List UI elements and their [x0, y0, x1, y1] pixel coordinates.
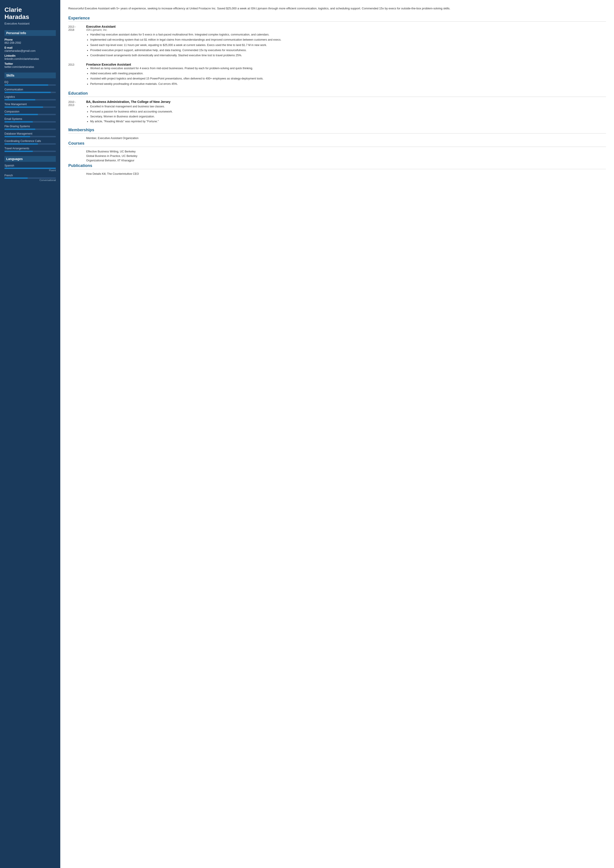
- skill-bar-fill: [5, 99, 35, 101]
- skill-name: Travel Arrangements: [5, 147, 56, 150]
- exp-job-title: Freelance Executive Assistant: [86, 63, 606, 66]
- skill-item: Communication: [5, 88, 56, 93]
- exp-bullet: Provided executive project support, admi…: [90, 48, 606, 53]
- edu-date: 2010 -2013: [68, 100, 86, 124]
- skill-bar-bg: [5, 92, 56, 93]
- exp-bullets: Worked as temp executive assistant for 4…: [86, 66, 606, 86]
- exp-bullet: Assisted with project logistics and deve…: [90, 77, 606, 81]
- skill-bar-bg: [5, 121, 56, 122]
- skill-bar-bg: [5, 151, 56, 152]
- job-entry: 2013 -2018 Executive Assistant ISN Lipma…: [68, 25, 606, 59]
- edu-bullet: Pursued a passion for business ethics an…: [90, 110, 606, 114]
- skill-item: Time Management: [5, 103, 56, 108]
- pub-spacer: [68, 172, 86, 175]
- skill-bar-fill: [5, 151, 33, 152]
- course-spacer: [68, 150, 86, 153]
- skills-heading: Skills: [5, 73, 56, 78]
- exp-content: Freelance Executive Assistant Worked as …: [86, 63, 606, 87]
- skill-item: Coordinating Conference Calls: [5, 140, 56, 145]
- exp-date-line: 2018: [68, 28, 74, 31]
- skill-item: EQ: [5, 81, 56, 86]
- skill-bar-fill: [5, 107, 43, 108]
- skill-name: Coordinating Conference Calls: [5, 140, 56, 143]
- pub-text: How Details Kill, The Counterintuitive C…: [86, 172, 139, 175]
- course-text: Organizational Behavior, IIT Kharagpur: [86, 159, 135, 162]
- linkedin-value: linkedin.com/in/clarieharadas: [5, 57, 56, 60]
- courses-list: Effective Business Writing, UC Berkeley …: [68, 150, 606, 162]
- course-spacer: [68, 155, 86, 158]
- skill-name: Communication: [5, 88, 56, 91]
- linkedin-label: LinkedIn: [5, 54, 56, 57]
- skill-bar-bg: [5, 84, 56, 86]
- exp-bullet: Aided executives with meeting preparatio…: [90, 71, 606, 76]
- memberships-section-title: Memberships: [68, 128, 606, 133]
- skill-bar-fill: [5, 129, 35, 130]
- skill-item: Travel Arrangements: [5, 147, 56, 152]
- skill-bar-fill: [5, 136, 30, 137]
- skill-bar-bg: [5, 129, 56, 130]
- exp-company: ISN Lipmann, Inc.: [86, 28, 606, 31]
- email-value: clarieharadas@gmail.com: [5, 49, 56, 53]
- skill-bar-fill: [5, 92, 51, 93]
- course-spacer: [68, 159, 86, 162]
- edu-bullet: Secretary, Women in Business student org…: [90, 115, 606, 119]
- skill-name: Database Management: [5, 132, 56, 135]
- exp-date-line: 2013: [68, 63, 74, 66]
- candidate-name: Clarie Haradas: [5, 6, 56, 20]
- courses-section-title: Courses: [68, 141, 606, 147]
- exp-date: 2013 -2018: [68, 25, 86, 59]
- edu-entry: 2010 -2013 BA, Business Administration, …: [68, 100, 606, 124]
- experience-section-title: Experience: [68, 16, 606, 22]
- language-level: Conversational: [5, 179, 56, 181]
- skill-bar-bg: [5, 107, 56, 108]
- exp-date-line: 2013 -: [68, 25, 76, 28]
- skill-bar-fill: [5, 84, 48, 86]
- language-level: Fluent: [5, 169, 56, 172]
- last-name: Haradas: [5, 13, 29, 20]
- skill-bar-fill: [5, 121, 33, 122]
- publications-section-title: Publications: [68, 163, 606, 169]
- membership-entry: Member, Executive Assistant Organization: [68, 136, 606, 140]
- exp-bullet: Worked as temp executive assistant for 4…: [90, 66, 606, 71]
- exp-bullet: Handled top executive assistant duties f…: [90, 33, 606, 37]
- course-entry: Organizational Behavior, IIT Kharagpur: [68, 159, 606, 162]
- skill-bar-fill: [5, 114, 38, 115]
- skill-item: Logistics: [5, 95, 56, 101]
- skill-item: File-Sharing Systems: [5, 125, 56, 130]
- edu-bullets: Excelled in financial management and bus…: [86, 104, 606, 124]
- skill-bar-fill: [5, 143, 38, 145]
- skill-bar-bg: [5, 99, 56, 101]
- exp-date: 2013: [68, 63, 86, 87]
- publications-list: How Details Kill, The Counterintuitive C…: [68, 172, 606, 175]
- membership-text: Member, Executive Assistant Organization: [86, 136, 138, 140]
- skill-name: Compassion: [5, 110, 56, 113]
- exp-bullet: Coordinated travel arrangements both dom…: [90, 53, 606, 57]
- summary-text: Resourceful Executive Assistant with 5+ …: [68, 6, 606, 11]
- candidate-title: Executive Assistant: [5, 22, 56, 25]
- skill-name: Email Systems: [5, 118, 56, 121]
- main-content: Resourceful Executive Assistant with 5+ …: [60, 0, 614, 868]
- twitter-value: twitter.com/clarieharadas: [5, 65, 56, 68]
- exp-bullet: Implemented call-recording system that c…: [90, 38, 606, 42]
- skill-name: File-Sharing Systems: [5, 125, 56, 128]
- education-section-title: Education: [68, 91, 606, 97]
- course-entry: Global Business in Practice, UC Berkeley: [68, 155, 606, 158]
- course-text: Global Business in Practice, UC Berkeley: [86, 155, 137, 158]
- exp-bullet: Saved each top-level exec 11 hours per w…: [90, 43, 606, 47]
- course-text: Effective Business Writing, UC Berkeley: [86, 150, 135, 153]
- skill-name: EQ: [5, 81, 56, 84]
- language-item: Spanish Fluent: [5, 164, 56, 172]
- edu-degree: BA, Business Administration, The College…: [86, 100, 606, 104]
- language-item: French Conversational: [5, 174, 56, 181]
- membership-spacer: [68, 136, 86, 140]
- edu-content: BA, Business Administration, The College…: [86, 100, 606, 124]
- skill-bar-bg: [5, 136, 56, 137]
- language-name: French: [5, 174, 56, 177]
- education-list: 2010 -2013 BA, Business Administration, …: [68, 100, 606, 124]
- course-entry: Effective Business Writing, UC Berkeley: [68, 150, 606, 153]
- job-entry: 2013 Freelance Executive Assistant Worke…: [68, 63, 606, 87]
- skill-item: Database Management: [5, 132, 56, 137]
- exp-job-title: Executive Assistant: [86, 25, 606, 28]
- skill-name: Time Management: [5, 103, 56, 106]
- exp-bullet: Performed weekly proofreading of executi…: [90, 82, 606, 86]
